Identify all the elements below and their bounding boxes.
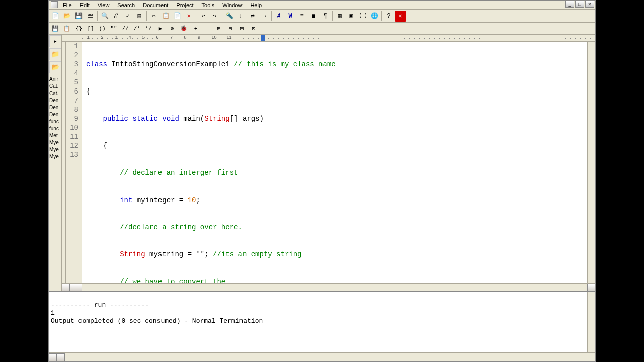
run-icon[interactable]: ▶ [155,24,166,34]
menu-document[interactable]: Document [139,2,172,9]
expand-all-icon[interactable]: ⊞ [213,24,224,34]
tool-doc-icon[interactable]: 📋 [61,24,72,34]
app-window: File Edit View Search Document Project T… [48,0,596,362]
window-cascade-icon[interactable]: ▣ [346,11,357,22]
ruler[interactable]: 1 2 3 4 5 6 7 8 9 10 11 [62,35,595,42]
code-content[interactable]: class InttoStingConversionExample1 // th… [82,42,587,283]
delete-icon[interactable]: ✕ [183,11,194,22]
print-preview-icon[interactable]: 🔍 [99,11,110,22]
browser-icon[interactable]: 🌐 [369,11,380,22]
status-btn2-icon[interactable] [57,353,65,361]
bracket3-icon[interactable]: () [97,24,108,34]
undo-icon[interactable]: ↶ [198,11,209,22]
menu-view[interactable]: View [94,2,114,9]
sidebar-item[interactable]: Mye [49,139,61,146]
debug-icon[interactable]: 🐞 [178,24,189,34]
menubar: File Edit View Search Document Project T… [49,1,595,10]
uncomment-icon[interactable]: */ [143,24,154,34]
editor-vertical-scrollbar[interactable] [587,42,595,283]
editor-horizontal-scrollbar[interactable] [62,283,595,291]
panel-btn1-icon[interactable]: ▸ [49,35,61,47]
menu-window[interactable]: Window [218,2,246,9]
sidebar-item[interactable]: Cat. [49,90,61,97]
sidebar-item[interactable]: func [49,125,61,132]
sidebar-item[interactable]: Cat. [49,83,61,90]
sidebar-item[interactable]: func [49,118,61,125]
collapse-icon[interactable]: - [202,24,213,34]
menu-project[interactable]: Project [172,2,197,9]
fullscreen-icon[interactable]: ⛶ [357,11,368,22]
scroll-left-icon[interactable] [62,284,70,292]
window-controls: _ □ ✕ [565,1,594,8]
block-comment-icon[interactable]: /* [131,24,142,34]
cut-icon[interactable]: ✂ [148,11,159,22]
goto-icon[interactable]: → [259,11,270,22]
copy-icon[interactable]: 📋 [160,11,171,22]
content-area: ▸ 📁 📂 Anir Cat. Cat. Den Den Den func fu… [49,35,595,291]
output-line: ---------- run ---------- [51,301,149,309]
left-panel: ▸ 📁 📂 Anir Cat. Cat. Den Den Den func fu… [49,35,62,291]
show-special-icon[interactable]: ¶ [319,11,331,22]
close-button[interactable]: ✕ [585,1,594,8]
main-toolbar: 📄 📂 💾 🗃 🔍 🖨 ✓ ▤ ✂ 📋 📄 ✕ ↶ ↷ 🔦 ↓ ⇄ → A W … [49,10,595,23]
sidebar-item[interactable]: Mye [49,153,61,160]
menu-edit[interactable]: Edit [76,2,94,9]
save-icon[interactable]: 💾 [73,11,84,22]
sidebar-item[interactable]: Met [49,132,61,139]
scroll-right-icon[interactable] [587,284,595,292]
new-file-icon[interactable]: 📄 [50,11,61,22]
status-btn1-icon[interactable] [49,353,57,361]
sidebar-item[interactable]: Den [49,104,61,111]
find-icon[interactable]: 🔦 [224,11,235,22]
menu-file[interactable]: File [59,2,76,9]
comment-icon[interactable]: // [120,24,131,34]
window-tile-icon[interactable]: ▦ [334,11,345,22]
sidebar-item[interactable]: Anir [49,76,61,83]
stop-icon[interactable]: ✕ [395,11,406,22]
ruler-marker-icon[interactable] [261,35,265,42]
maximize-button[interactable]: □ [575,1,584,8]
menu-search[interactable]: Search [113,2,139,9]
indent-right-icon[interactable]: ≣ [308,11,319,22]
font-icon[interactable]: A [273,11,284,22]
panel-btn2-icon[interactable]: 📁 [49,48,61,60]
bracket2-icon[interactable]: [] [85,24,96,34]
ruler-numbers: 1 2 3 4 5 6 7 8 9 10 11 [77,35,232,40]
fold-icon[interactable]: ⊡ [236,24,248,34]
help-icon[interactable]: ? [383,11,394,22]
paste-icon[interactable]: 📄 [172,11,183,22]
quote-icon[interactable]: "" [108,24,119,34]
code-editor[interactable]: 1 2 3 4 5 6 7 8 9 10 11 12 13 class Intt… [62,42,595,283]
sidebar-item[interactable]: Mye [49,146,61,153]
spell-check-icon[interactable]: ✓ [122,11,133,22]
find-next-icon[interactable]: ↓ [235,11,247,22]
compile-icon[interactable]: ⚙ [167,24,178,34]
bracket1-icon[interactable]: {} [73,24,85,34]
scroll-thumb[interactable] [70,284,82,292]
print-icon[interactable]: 🖨 [111,11,122,22]
sidebar-item[interactable]: Den [49,97,61,104]
output-line: 1 [51,309,55,317]
tool-save-icon[interactable]: 💾 [50,24,61,34]
open-file-icon[interactable]: 📂 [61,11,72,22]
minimize-button[interactable]: _ [565,1,574,8]
panel-btn3-icon[interactable]: 📂 [49,61,61,73]
line-gutter: 1 2 3 4 5 6 7 8 9 10 11 12 13 [66,42,82,283]
app-icon[interactable] [51,1,58,8]
toggle-icon[interactable]: ▤ [134,11,145,22]
gutter-markers [62,42,66,283]
menu-tools[interactable]: Tools [198,2,219,9]
output-vertical-scrollbar[interactable] [587,292,595,352]
unfold-icon[interactable]: ⊠ [248,24,259,34]
save-all-icon[interactable]: 🗃 [85,11,96,22]
sidebar-list: Anir Cat. Cat. Den Den Den func func Met… [49,74,61,160]
wordwrap-icon[interactable]: W [285,11,296,22]
sidebar-item[interactable]: Den [49,111,61,118]
menu-help[interactable]: Help [246,2,266,9]
indent-left-icon[interactable]: ≡ [296,11,307,22]
collapse-all-icon[interactable]: ⊟ [225,24,236,34]
replace-icon[interactable]: ⇄ [247,11,258,22]
redo-icon[interactable]: ↷ [209,11,220,22]
output-panel[interactable]: ---------- run ---------- 1 Output compl… [49,291,595,352]
expand-icon[interactable]: + [190,24,201,34]
